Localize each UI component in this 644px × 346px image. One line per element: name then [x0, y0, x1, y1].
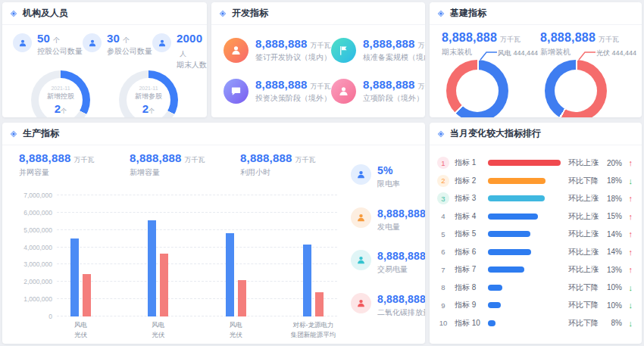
rank-row[interactable]: 5 指标 5 环比上涨 14% ↑ [437, 228, 633, 240]
panel-prod-header: 生产指标 [2, 123, 425, 145]
bar-光伏[interactable] [238, 280, 246, 316]
y-axis-tick-label: 3,000,000 [19, 260, 52, 268]
rank-label: 指标 4 [455, 211, 486, 222]
rank-badge: 5 [437, 228, 449, 240]
diamond-icon [11, 10, 17, 16]
diamond-icon [438, 10, 444, 16]
rank-row[interactable]: 7 指标 7 环比上涨 13% ↑ [437, 263, 633, 276]
side-stat: 5% 限电率 [351, 164, 425, 189]
rank-row[interactable]: 2 指标 2 环比下降 18% ↓ [437, 175, 633, 187]
rank-bar-track [488, 214, 561, 220]
diamond-icon [11, 130, 17, 136]
rank-row[interactable]: 8 指标 8 环比下降 10% ↓ [437, 282, 633, 294]
person-icon [351, 164, 371, 185]
rank-change-pct: 8% [603, 319, 622, 327]
donut-period: 2021-11 [51, 86, 70, 91]
bar-风电[interactable] [303, 245, 311, 316]
panel-infra-header: 基建指标 [430, 2, 642, 25]
rank-bar[interactable] [488, 160, 561, 166]
rank-bar[interactable] [488, 302, 501, 308]
side-stat: 8,888,888亿度 交易电量 [351, 249, 425, 275]
rank-bar[interactable] [488, 178, 546, 184]
rank-change-text: 环比上涨 [568, 211, 603, 222]
rank-row[interactable]: 4 指标 4 环比上涨 15% ↑ [437, 210, 633, 223]
rank-bar[interactable] [488, 195, 545, 201]
bar-风电[interactable] [148, 220, 156, 316]
rank-bar[interactable] [488, 214, 538, 220]
dev-indicator: 8,888,888万千瓦 核准备案规模（境内） [331, 30, 425, 70]
stat-unit: 万千瓦 [295, 156, 316, 164]
person-icon [13, 33, 32, 52]
rank-change-pct: 18% [603, 176, 622, 185]
arrow-up-icon: ↑ [622, 212, 633, 221]
prod-stat: 8,888,888万千瓦 利用小时 [240, 151, 351, 183]
arrow-up-icon: ↑ [622, 265, 633, 274]
prod-stats: 8,888,888万千瓦 并网容量 8,888,888万千瓦 新增容量 8,88… [19, 151, 351, 183]
rank-row[interactable]: 9 指标 9 环比下降 10% ↓ [437, 299, 633, 311]
stat-value: 8,888,888 [363, 37, 415, 50]
panel-org-header: 机构及人员 [2, 2, 207, 25]
panel-title: 机构及人员 [23, 7, 68, 20]
stat-unit: 个 [123, 36, 130, 44]
rank-bar[interactable] [488, 249, 531, 255]
panel-rank-header: 当月变化较大指标排行 [430, 123, 642, 145]
rank-bar[interactable] [488, 285, 502, 291]
rank-change-pct: 15% [603, 212, 622, 220]
org-stat-text: 50个 控股公司数量 [37, 32, 83, 57]
dev-indicator: 8,888,888万千瓦 签订开发协议（境内） [224, 30, 331, 70]
arrow-up-icon: ↑ [622, 248, 633, 257]
callout-line-icon [480, 49, 498, 61]
bar-光伏[interactable] [83, 274, 91, 316]
stat-label: 利用小时 [240, 167, 351, 178]
progress-donut-chart[interactable]: 2021-11 新增参股 2个 [119, 70, 178, 117]
donut-center: 2021-11 新增参股 2个 [127, 78, 170, 117]
bar-光伏[interactable] [160, 254, 168, 316]
donut-callout: 光伏 444,444 [578, 49, 636, 61]
rank-bar[interactable] [488, 231, 530, 237]
rank-label: 指标 9 [455, 300, 486, 310]
rank-change-text: 环比上涨 [568, 157, 603, 168]
prod-left: 8,888,888万千瓦 并网容量 8,888,888万千瓦 新增容量 8,88… [2, 145, 351, 344]
rank-badge: 1 [437, 157, 449, 169]
stat-label: 投资决策阶段（境外） [255, 93, 331, 104]
donut-hole [456, 70, 499, 112]
rank-row[interactable]: 10 指标 10 环比下降 8% ↓ [437, 317, 633, 329]
progress-donut-chart[interactable]: 2021-11 新增控股 2个 [31, 70, 90, 117]
donut-callout: 风电 444,444 [480, 49, 538, 61]
rank-row[interactable]: 3 指标 3 环比上涨 18% ↑ [437, 192, 633, 204]
rank-row[interactable]: 1 指标 1 环比上涨 20% ↑ [437, 157, 633, 169]
capacity-donut-chart[interactable] [545, 60, 607, 117]
prod-stat: 8,888,888万千瓦 新增容量 [130, 151, 240, 183]
arrow-down-icon: ↓ [622, 283, 633, 292]
person-icon [224, 38, 249, 63]
rank-bar[interactable] [488, 320, 496, 326]
arrow-up-icon: ↑ [622, 158, 633, 167]
dashboard: 机构及人员 50个 控股公司数量 30个 参股公司数量 2000人 期末人数 2… [0, 0, 644, 346]
rank-change-text: 环比下降 [568, 300, 603, 310]
rank-change-text: 环比下降 [568, 176, 603, 186]
arrow-up-icon: ↑ [622, 194, 633, 203]
bar-风电[interactable] [226, 233, 234, 316]
org-stat-text: 30个 参股公司数量 [107, 32, 152, 57]
y-axis-tick-label: 1,000,000 [19, 295, 52, 303]
y-axis-tick-label: 6,000,000 [19, 209, 52, 217]
stat-unit: 万千瓦 [599, 36, 619, 43]
rank-label: 指标 8 [455, 282, 486, 293]
rank-badge: 3 [437, 192, 449, 204]
stat-label: 交易电量 [377, 264, 425, 275]
rank-row[interactable]: 6 指标 6 环比上涨 14% ↑ [437, 246, 633, 258]
rank-bar-track [488, 302, 561, 308]
rank-bar[interactable] [488, 267, 524, 273]
rank-badge: 8 [437, 282, 449, 294]
stat-label: 新增容量 [130, 167, 240, 178]
side-stat-text: 8,888,888万吨 二氧化碳排放量 [377, 292, 425, 318]
callout-label: 光伏 444,444 [596, 48, 636, 58]
bar-风电[interactable] [70, 238, 79, 316]
rank-change-text: 环比下降 [568, 282, 603, 293]
org-stat: 2000人 期末人数 [152, 32, 207, 70]
stat-label: 并网容量 [19, 167, 130, 178]
stat-unit: 万千瓦 [418, 83, 425, 90]
capacity-donut-chart[interactable] [446, 60, 508, 117]
bar-光伏[interactable] [315, 292, 324, 316]
dev-indicator-text: 8,888,888万千瓦 签订开发协议（境内） [255, 37, 331, 63]
